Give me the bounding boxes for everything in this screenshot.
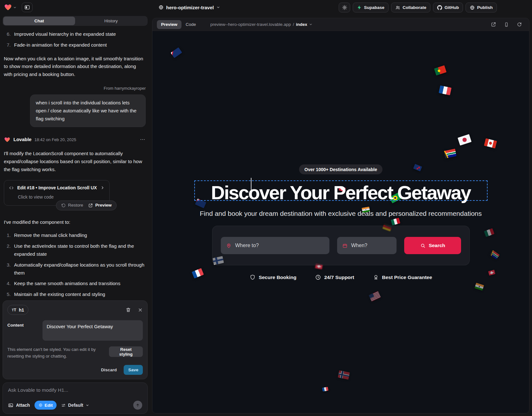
user-message-author: From harrymckayroper bbox=[4, 85, 146, 92]
project-name: hero-optimizer-travel bbox=[166, 5, 214, 10]
assistant-list-tail: Improved visual hierarchy in the expande… bbox=[4, 30, 146, 49]
search-icon bbox=[420, 243, 426, 248]
destinations-badge: Over 1000+ Destinations Available bbox=[152, 164, 529, 174]
lovable-heart-icon bbox=[4, 137, 11, 143]
preview-version-button[interactable]: Preview bbox=[88, 202, 112, 209]
sidebar-toggle-button[interactable] bbox=[22, 3, 33, 12]
send-button[interactable] bbox=[133, 401, 142, 410]
content-input[interactable]: Discover Your Perfect Getaway bbox=[42, 320, 143, 341]
tab-chat[interactable]: Chat bbox=[3, 17, 75, 25]
github-button[interactable]: GitHub bbox=[433, 3, 463, 12]
search-button[interactable]: Search bbox=[404, 237, 461, 254]
typography-icon: TT bbox=[12, 307, 16, 312]
collaborate-label: Collaborate bbox=[403, 5, 426, 10]
top-bar: hero-optimizer-travel Supabase Collabora… bbox=[0, 0, 532, 15]
tab-preview[interactable]: Preview bbox=[157, 20, 181, 29]
panel-icon bbox=[24, 4, 30, 10]
assistant-header: Lovable 18:42 on Feb 20, 2025 ⋯ bbox=[4, 135, 146, 144]
reset-styling-button[interactable]: Reset styling bbox=[109, 346, 143, 357]
project-switcher[interactable]: hero-optimizer-travel bbox=[158, 0, 220, 15]
globe-icon bbox=[158, 5, 164, 10]
element-tag: h1 bbox=[19, 307, 24, 313]
preview-panel: Preview Code preview--hero-optimizer-tra… bbox=[152, 18, 529, 413]
content-label: Content bbox=[7, 320, 38, 341]
chat-history-tabs: Chat History bbox=[3, 16, 148, 26]
publish-label: Publish bbox=[477, 5, 493, 10]
location-pin-icon bbox=[226, 243, 232, 248]
arrow-up-icon bbox=[135, 403, 140, 407]
external-link-icon bbox=[88, 203, 93, 208]
flag-india-dim-icon bbox=[474, 283, 484, 291]
feature-secure-booking: Secure Booking bbox=[250, 274, 297, 280]
model-label: Default bbox=[68, 403, 83, 408]
lovable-logo-menu[interactable] bbox=[4, 4, 17, 11]
lovable-heart-icon bbox=[4, 4, 12, 11]
flag-norway-dim-icon bbox=[338, 370, 350, 380]
calendar-icon bbox=[342, 243, 348, 248]
assistant-paragraph: Now when you click on a location image, … bbox=[4, 55, 146, 79]
supabase-button[interactable]: Supabase bbox=[353, 3, 389, 12]
search-card: Where to? When? Search bbox=[212, 226, 470, 265]
date-input[interactable]: When? bbox=[337, 237, 397, 254]
save-button[interactable]: Save bbox=[124, 365, 143, 375]
chevron-down-icon bbox=[13, 6, 17, 9]
feature-support: 24/7 Support bbox=[315, 274, 354, 280]
mobile-view-icon[interactable] bbox=[504, 22, 509, 27]
discard-button[interactable]: Discard bbox=[101, 367, 117, 372]
chat-input[interactable] bbox=[8, 387, 142, 393]
shield-icon bbox=[250, 274, 256, 280]
attach-label: Attach bbox=[16, 403, 30, 408]
element-inspector-panel: TT h1 Content Discover Your Perfect Geta… bbox=[3, 300, 148, 379]
version-actions: Restore Preview bbox=[4, 206, 146, 211]
preview-url-separator: / bbox=[293, 22, 294, 27]
destination-placeholder: Where to? bbox=[235, 243, 259, 248]
feature-best-price: Best Price Guarantee bbox=[373, 274, 432, 280]
restore-button[interactable]: Restore bbox=[61, 202, 83, 209]
chat-scroll-area[interactable]: Improved visual hierarchy in the expande… bbox=[0, 26, 150, 299]
flag-south-africa-dim-icon bbox=[490, 250, 500, 260]
tab-history[interactable]: History bbox=[75, 17, 147, 25]
feature-row: Secure Booking 24/7 Support Best Price G… bbox=[152, 274, 529, 280]
list-item: Improved visual hierarchy in the expande… bbox=[4, 30, 146, 38]
people-icon bbox=[395, 5, 400, 10]
trash-icon[interactable] bbox=[126, 307, 131, 313]
chevron-right-icon bbox=[100, 185, 105, 190]
flag-france-icon bbox=[439, 86, 451, 95]
refresh-icon[interactable] bbox=[517, 22, 522, 27]
selected-element-chip[interactable]: TT h1 bbox=[7, 305, 28, 315]
preview-url[interactable]: preview--hero-optimizer-travel.lovable.a… bbox=[210, 22, 312, 27]
globe-icon bbox=[470, 5, 475, 10]
sliders-icon bbox=[61, 403, 66, 408]
hero-title[interactable]: Discover Your Perfect Getaway bbox=[152, 182, 529, 204]
award-icon bbox=[373, 274, 379, 280]
gear-icon bbox=[342, 5, 347, 10]
list-item: Use the activeIndex state to control bot… bbox=[4, 242, 146, 258]
flag-australia-icon bbox=[171, 47, 182, 58]
preview-url-path: index bbox=[296, 22, 307, 27]
publish-button[interactable]: Publish bbox=[466, 3, 497, 12]
list-item: Automatically expand/collapse locations … bbox=[4, 261, 146, 277]
message-timestamp: 18:42 on Feb 20, 2025 bbox=[35, 136, 76, 143]
open-in-new-tab-icon[interactable] bbox=[491, 22, 496, 27]
chat-composer: Attach Edit Default bbox=[3, 382, 148, 414]
flag-south-africa-icon bbox=[444, 149, 457, 159]
settings-button[interactable] bbox=[339, 3, 350, 12]
destination-input[interactable]: Where to? bbox=[221, 237, 329, 254]
close-icon[interactable] bbox=[138, 307, 143, 313]
flag-mexico-icon bbox=[391, 218, 400, 225]
flag-canada-icon bbox=[484, 138, 497, 148]
list-item: Fade-in animation for the expanded conte… bbox=[4, 41, 146, 49]
assistant-paragraph: I've modified the component to: bbox=[4, 218, 146, 226]
tab-code[interactable]: Code bbox=[181, 20, 200, 29]
flag-usa-dim-icon bbox=[369, 291, 381, 301]
message-menu-button[interactable]: ⋯ bbox=[140, 135, 146, 144]
edit-mode-toggle[interactable]: Edit bbox=[35, 401, 57, 410]
attach-button[interactable]: Attach bbox=[8, 403, 30, 408]
edit-card-subtitle: Click to view code bbox=[18, 193, 105, 201]
model-selector[interactable]: Default bbox=[61, 403, 89, 408]
styling-note: This element can't be styled. You can ed… bbox=[7, 346, 105, 360]
flag-portugal-icon bbox=[434, 65, 446, 75]
edit-mode-label: Edit bbox=[45, 403, 53, 408]
collaborate-button[interactable]: Collaborate bbox=[391, 3, 430, 12]
supabase-label: Supabase bbox=[364, 5, 384, 10]
